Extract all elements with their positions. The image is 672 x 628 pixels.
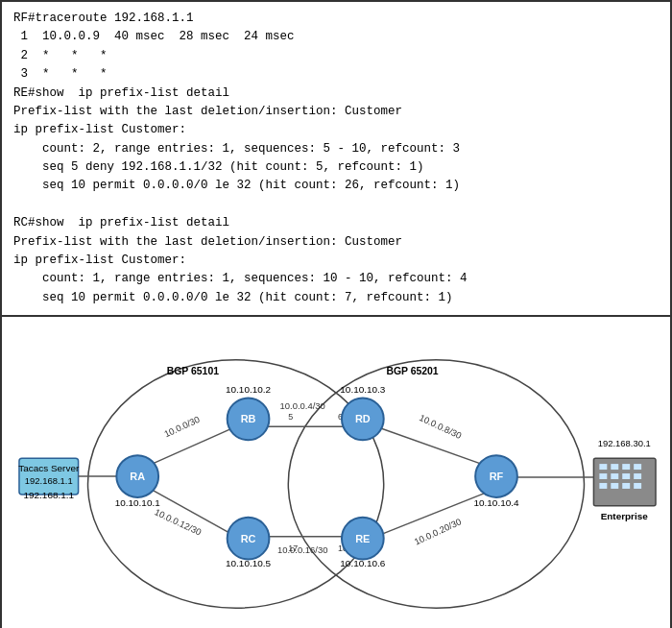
link-rd-rf: [376, 426, 484, 465]
port-rc: 17: [288, 543, 298, 553]
router-rf-label: RF: [490, 471, 504, 482]
svg-rect-3: [622, 464, 630, 470]
terminal-output: RF#traceroute 192.168.1.1 1 10.0.0.9 40 …: [0, 0, 672, 317]
link-label-rb-rd: 10.0.0.4/30: [280, 400, 325, 411]
svg-text:192.168.1.1: 192.168.1.1: [24, 490, 75, 500]
bgp-left-label: BGP 65101: [167, 366, 219, 376]
router-rf-ip: 10.10.10.4: [474, 497, 519, 508]
svg-rect-1: [599, 464, 607, 470]
bgp-right-label: BGP 65201: [386, 366, 438, 376]
server-label: Tacacs Server: [18, 463, 80, 473]
svg-rect-2: [611, 464, 618, 470]
router-rb-ip: 10.10.10.2: [226, 384, 271, 395]
router-ra-ip: 10.10.10.1: [115, 497, 160, 508]
svg-rect-9: [599, 483, 607, 489]
router-rc-label: RC: [241, 533, 256, 544]
network-diagram: BGP 65101 BGP 65201 Tacacs Server 192.16…: [0, 317, 672, 628]
router-rd-label: RD: [355, 413, 371, 424]
svg-rect-7: [622, 473, 630, 479]
router-rb-label: RB: [241, 413, 256, 424]
svg-rect-4: [634, 464, 641, 470]
link-label-re-rf: 10.0.0.20/30: [413, 516, 463, 546]
router-re-ip: 10.10.10.6: [340, 558, 385, 568]
link-label-ra-rb: 10.0.0/30: [162, 414, 201, 440]
router-rc-ip: 10.10.10.5: [226, 558, 271, 568]
enterprise-label: Enterprise: [601, 511, 649, 521]
svg-rect-12: [634, 483, 641, 489]
router-rd-ip: 10.10.10.3: [340, 384, 385, 395]
link-label-rd-rf: 10.0.0.8/30: [418, 412, 463, 441]
svg-rect-10: [611, 483, 618, 489]
link-label-ra-rc: 10.0.0.12/30: [153, 506, 203, 537]
bgp-right-ellipse: [288, 360, 584, 608]
link-label-rc-re: 10.0.0.16/30: [277, 544, 327, 555]
port-rb: 5: [288, 412, 293, 422]
svg-rect-8: [634, 473, 641, 479]
svg-rect-11: [622, 483, 630, 489]
router-ra-label: RA: [130, 471, 145, 482]
svg-rect-5: [599, 473, 607, 479]
enterprise-ip: 192.168.30.1: [598, 438, 651, 448]
server-ip: 192.168.1.1: [25, 475, 73, 486]
router-re-label: RE: [355, 533, 370, 544]
svg-rect-6: [611, 473, 618, 479]
